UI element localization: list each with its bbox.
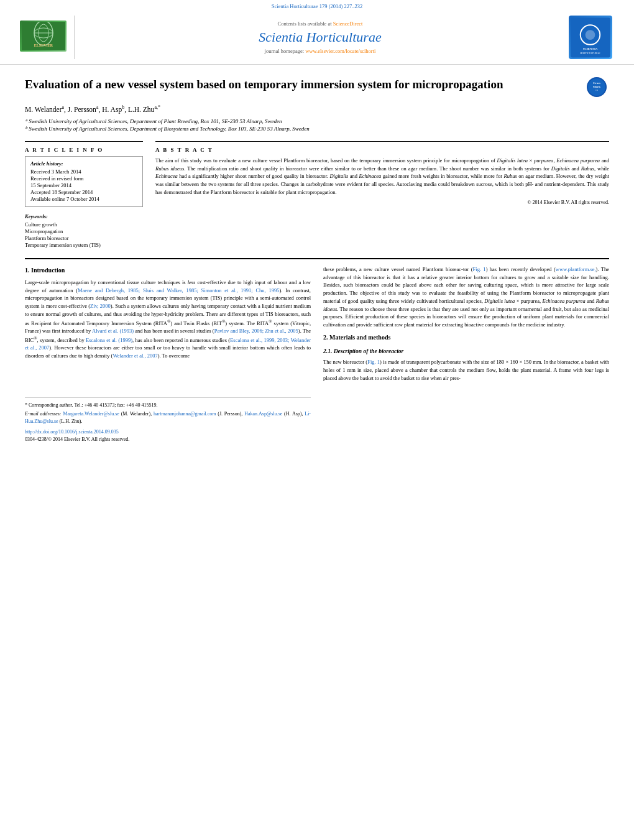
copyright-line: 0304-4238/© 2014 Elsevier B.V. All right… bbox=[25, 436, 311, 443]
journal-center-info: Contents lists available at ScienceDirec… bbox=[75, 16, 566, 59]
svg-point-8 bbox=[586, 30, 595, 40]
journal-title: Scientia Horticulturae bbox=[259, 29, 381, 45]
elsevier-graphic: ELSEVIER bbox=[20, 21, 67, 52]
main-content: Evaluation of a new vessel system based … bbox=[0, 65, 634, 456]
affiliation-b: ᵇ Swedish University of Agricultural Sci… bbox=[25, 126, 609, 132]
email-label: E-mail addresses: bbox=[25, 411, 62, 417]
intro-para-2: these problems, a new culture vessel nam… bbox=[323, 265, 609, 329]
ref-fig1-2[interactable]: Fig. 1 bbox=[367, 359, 380, 365]
ref-fig1[interactable]: Fig. 1 bbox=[473, 266, 486, 272]
body-col-right: these problems, a new culture vessel nam… bbox=[323, 265, 609, 443]
abstract-title: A B S T R A C T bbox=[155, 147, 609, 153]
accepted-date: Accepted 18 September 2014 bbox=[30, 189, 137, 195]
keyword-3: Plantform bioreactor bbox=[25, 235, 143, 241]
crossmark: Cross Mark ™ bbox=[584, 77, 609, 97]
email1[interactable]: Margareta.Welander@slu.se bbox=[63, 411, 119, 417]
citation-bar: Scientia Horticulturae 179 (2014) 227–23… bbox=[0, 0, 634, 9]
svg-text:ELSEVIER: ELSEVIER bbox=[34, 44, 53, 47]
ref-alvard[interactable]: Alvard et al. (1993) bbox=[92, 328, 134, 334]
email-addresses: E-mail addresses: Margareta.Welander@slu… bbox=[25, 410, 311, 425]
article-title: Evaluation of a new vessel system based … bbox=[25, 77, 578, 93]
abstract-copyright: © 2014 Elsevier B.V. All rights reserved… bbox=[155, 200, 609, 205]
homepage-url[interactable]: www.elsevier.com/locate/scihorti bbox=[305, 48, 375, 54]
svg-text:™: ™ bbox=[595, 89, 598, 92]
ref-ziv[interactable]: Ziv, 2000 bbox=[90, 303, 111, 309]
svg-text:SCIENTIA: SCIENTIA bbox=[583, 47, 598, 50]
article-info-title: A R T I C L E I N F O bbox=[25, 147, 143, 153]
corresponding-note: * Corresponding author. Tel.: +46 40 415… bbox=[25, 402, 311, 409]
affiliations: ᵃ Swedish University of Agricultural Sci… bbox=[25, 118, 609, 132]
email2[interactable]: hartmananjohanna@gmail.com bbox=[154, 411, 216, 417]
email4-person: (L.H. Zhu). bbox=[60, 418, 83, 424]
subsection-21: 2.1. Description of the bioreactor bbox=[323, 347, 609, 356]
bioreactor-desc-para: The new bioreactor (Fig. 1) is made of t… bbox=[323, 358, 609, 382]
journal-header: ELSEVIER Contents lists available at Sci… bbox=[0, 9, 634, 65]
email3[interactable]: Hakan.Asp@slu.se bbox=[244, 411, 282, 417]
elsevier-logo-block: ELSEVIER bbox=[19, 16, 75, 59]
sciencedirect-line: Contents lists available at ScienceDirec… bbox=[278, 21, 363, 27]
email2-person: (J. Persson), bbox=[218, 411, 242, 417]
affiliation-a: ᵃ Swedish University of Agricultural Sci… bbox=[25, 118, 609, 124]
available-date: Available online 7 October 2014 bbox=[30, 196, 137, 202]
ref-escalona2[interactable]: Escalona et al., 1999, 2003; Welander et… bbox=[25, 337, 311, 351]
crossmark-icon: Cross Mark ™ bbox=[587, 77, 607, 97]
section1-heading: 1. Introduction bbox=[25, 265, 311, 275]
svg-text:Mark: Mark bbox=[593, 85, 600, 88]
page: Scientia Horticulturae 179 (2014) 227–23… bbox=[0, 0, 634, 840]
journal-citation: Scientia Horticulturae 179 (2014) 227–23… bbox=[272, 3, 362, 9]
section-divider bbox=[25, 258, 609, 259]
article-title-section: Evaluation of a new vessel system based … bbox=[25, 77, 609, 97]
svg-text:Cross: Cross bbox=[593, 81, 600, 85]
revised-date: 15 September 2014 bbox=[30, 182, 137, 188]
body-columns: 1. Introduction Large-scale micropropaga… bbox=[25, 265, 609, 443]
footnotes: * Corresponding author. Tel.: +46 40 415… bbox=[25, 397, 311, 425]
ref-plantform-url[interactable]: www.plantform.se, bbox=[556, 266, 596, 272]
sciencedirect-link[interactable]: ScienceDirect bbox=[333, 21, 363, 27]
section2-heading: 2. Materials and methods bbox=[323, 333, 609, 342]
history-box: Article history: Received 3 March 2014 R… bbox=[25, 156, 143, 207]
doi-line[interactable]: http://dx.doi.org/10.1016/j.scienta.2014… bbox=[25, 428, 311, 436]
history-title: Article history: bbox=[30, 160, 137, 167]
revised-label: Received in revised form bbox=[30, 175, 137, 182]
journal-homepage: journal homepage: www.elsevier.com/locat… bbox=[265, 48, 376, 54]
article-info-abstract: A R T I C L E I N F O Article history: R… bbox=[25, 141, 609, 249]
email3-person: (H. Asp), bbox=[284, 411, 303, 417]
keywords-box: Keywords: Culture growth Micropropagatio… bbox=[25, 213, 143, 248]
svg-text:HORTICULTURAE: HORTICULTURAE bbox=[580, 51, 600, 54]
ref-maene[interactable]: Maene and Debergh, 1985; Sluis and Walke… bbox=[78, 287, 279, 293]
keyword-1: Culture growth bbox=[25, 221, 143, 228]
keyword-4: Temporary immersion system (TIS) bbox=[25, 242, 143, 248]
abstract-text: The aim of this study was to evaluate a … bbox=[155, 157, 609, 196]
abstract-section: A B S T R A C T The aim of this study wa… bbox=[155, 141, 609, 249]
authors-line: M. Welandera, J. Perssona, H. Aspb, L.H.… bbox=[25, 104, 609, 113]
keywords-title: Keywords: bbox=[25, 213, 143, 219]
intro-para-1: Large-scale micropropagation by conventi… bbox=[25, 279, 311, 360]
keyword-2: Micropropagation bbox=[25, 228, 143, 234]
body-col-left: 1. Introduction Large-scale micropropaga… bbox=[25, 265, 311, 443]
email1-person: (M. Welander), bbox=[121, 411, 152, 417]
footnote-block: * Corresponding author. Tel.: +46 40 415… bbox=[25, 397, 311, 443]
ref-pavlov[interactable]: Pavlov and Bley, 2006; Zhu et al., 2005 bbox=[214, 328, 298, 334]
scientia-logo: SCIENTIA HORTICULTURAE bbox=[569, 16, 612, 59]
journal-logo-right: SCIENTIA HORTICULTURAE bbox=[566, 16, 615, 59]
article-info: A R T I C L E I N F O Article history: R… bbox=[25, 141, 143, 249]
ref-welander[interactable]: Welander et al., 2007 bbox=[113, 353, 157, 359]
received-date: Received 3 March 2014 bbox=[30, 168, 137, 175]
ref-escalona[interactable]: Escalona et al. (1999) bbox=[86, 337, 132, 343]
